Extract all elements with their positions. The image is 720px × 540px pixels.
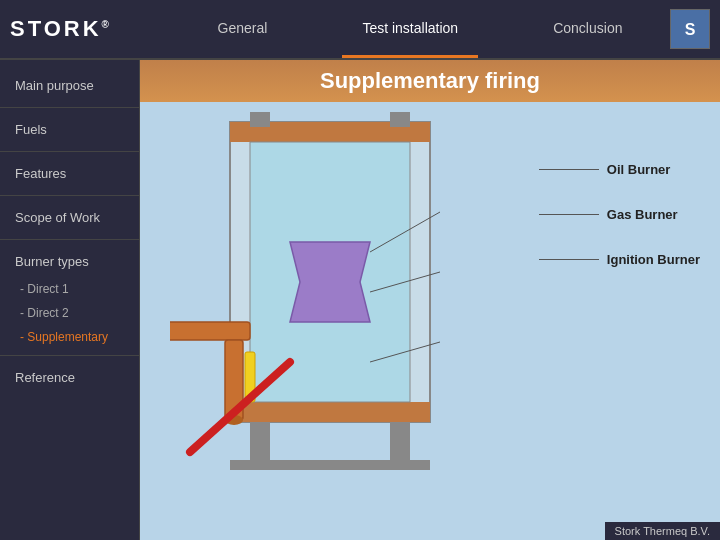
label-gas-burner: Gas Burner (539, 207, 700, 222)
sidebar-item-fuels[interactable]: Fuels (0, 114, 139, 145)
svg-rect-20 (390, 112, 410, 127)
oil-burner-label: Oil Burner (607, 162, 671, 177)
divider-3 (0, 195, 139, 196)
sidebar: Main purpose Fuels Features Scope of Wor… (0, 60, 140, 540)
sidebar-item-supplementary[interactable]: - Supplementary (0, 325, 139, 349)
nav-tabs: General Test installation Conclusion (170, 0, 670, 58)
ignition-burner-label: Ignition Burner (607, 252, 700, 267)
footer-text: Stork Thermeq B.V. (615, 525, 710, 537)
sidebar-item-direct1[interactable]: - Direct 1 (0, 277, 139, 301)
tab-general[interactable]: General (198, 0, 288, 58)
label-line-oil (539, 169, 599, 170)
sidebar-item-direct2[interactable]: - Direct 2 (0, 301, 139, 325)
label-oil-burner: Oil Burner (539, 162, 700, 177)
svg-rect-16 (250, 422, 270, 462)
sidebar-item-reference[interactable]: Reference (0, 362, 139, 393)
header: STORK® General Test installation Conclus… (0, 0, 720, 60)
svg-rect-7 (170, 322, 250, 340)
labels-container: Oil Burner Gas Burner Ignition Burner (539, 162, 700, 267)
logo-area: STORK® (10, 16, 170, 42)
divider-1 (0, 107, 139, 108)
content-title: Supplementary firing (140, 60, 720, 102)
divider-4 (0, 239, 139, 240)
sidebar-item-features[interactable]: Features (0, 158, 139, 189)
logo-text: STORK (10, 16, 102, 41)
logo-reg: ® (102, 19, 112, 30)
divider-2 (0, 151, 139, 152)
svg-rect-19 (250, 112, 270, 127)
tab-test-installation[interactable]: Test installation (342, 0, 478, 58)
label-line-gas (539, 214, 599, 215)
svg-rect-18 (230, 460, 430, 470)
svg-text:S: S (685, 21, 696, 38)
header-icon: S (670, 9, 710, 49)
label-line-ignition (539, 259, 599, 260)
main-container: Main purpose Fuels Features Scope of Wor… (0, 60, 720, 540)
furnace-svg (170, 112, 490, 502)
label-ignition-burner: Ignition Burner (539, 252, 700, 267)
footer: Stork Thermeq B.V. (605, 522, 720, 540)
furnace-diagram (170, 112, 490, 502)
gas-burner-label: Gas Burner (607, 207, 678, 222)
sidebar-item-burner-types[interactable]: Burner types (0, 246, 139, 277)
diagram-area: Oil Burner Gas Burner Ignition Burner (140, 102, 720, 532)
logo: STORK® (10, 16, 112, 42)
sidebar-item-main-purpose[interactable]: Main purpose (0, 70, 139, 101)
divider-5 (0, 355, 139, 356)
content-area: Supplementary firing (140, 60, 720, 540)
tab-conclusion[interactable]: Conclusion (533, 0, 642, 58)
svg-rect-4 (230, 402, 430, 422)
svg-rect-17 (390, 422, 410, 462)
svg-marker-6 (290, 242, 370, 322)
sidebar-item-scope[interactable]: Scope of Work (0, 202, 139, 233)
